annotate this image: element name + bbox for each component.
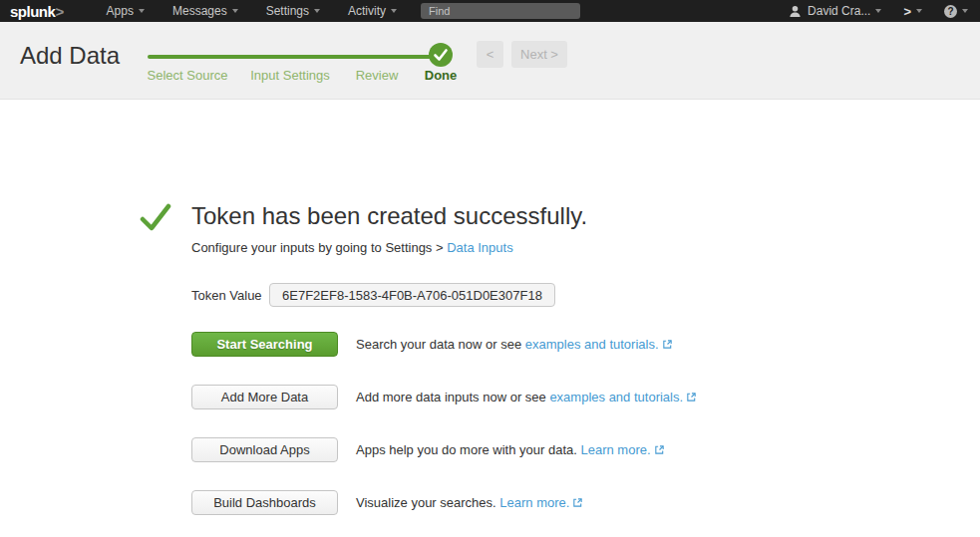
description-text: Search your data now or see xyxy=(356,337,525,352)
action-row-add-more-data: Add More Data Add more data inputs now o… xyxy=(191,385,697,409)
back-button[interactable]: < xyxy=(477,41,503,68)
nav-menu-messages[interactable]: Messages xyxy=(172,4,238,18)
user-menu[interactable]: David Cra... xyxy=(789,4,881,18)
topnav-right: David Cra... > ? xyxy=(789,4,968,19)
nav-menu-activity[interactable]: Activity xyxy=(348,4,397,18)
nav-menu-messages-label: Messages xyxy=(172,4,227,18)
wizard-step-input-settings: Input Settings xyxy=(250,68,330,83)
token-value-label: Token Value xyxy=(191,288,269,303)
description-text: Add more data inputs now or see xyxy=(356,390,549,404)
wizard-step-select-source: Select Source xyxy=(148,68,228,83)
examples-tutorials-link[interactable]: examples and tutorials. xyxy=(525,337,659,352)
splunk-logo[interactable]: splunk> xyxy=(10,3,64,20)
build-dashboards-button[interactable]: Build Dashboards xyxy=(191,490,338,515)
chevron-down-icon xyxy=(314,9,320,13)
add-more-data-button[interactable]: Add More Data xyxy=(191,385,338,409)
download-apps-button[interactable]: Download Apps xyxy=(191,437,338,462)
success-title: Token has been created successfully. xyxy=(191,202,587,230)
wizard-done-check-icon xyxy=(429,43,453,71)
chevron-down-icon xyxy=(916,9,922,13)
wizard-step-review: Review xyxy=(356,68,399,83)
download-apps-description: Apps help you do more with your data. Le… xyxy=(356,442,665,458)
learn-more-link[interactable]: Learn more. xyxy=(580,442,650,457)
token-row: Token Value 6E7F2EF8-1583-4F0B-A706-051D… xyxy=(191,283,555,307)
external-link-icon xyxy=(662,338,673,353)
nav-menu-settings[interactable]: Settings xyxy=(266,4,320,18)
success-subtitle-text: Configure your inputs by going to Settin… xyxy=(191,240,447,255)
user-icon xyxy=(789,5,802,18)
nav-menu-activity-label: Activity xyxy=(348,4,386,18)
nav-menu-settings-label: Settings xyxy=(266,4,309,18)
examples-tutorials-link[interactable]: examples and tutorials. xyxy=(549,390,683,404)
nav-menu-apps[interactable]: Apps xyxy=(107,4,145,18)
learn-more-link[interactable]: Learn more. xyxy=(499,495,569,510)
chevron-down-icon xyxy=(232,9,238,13)
chevron-down-icon xyxy=(875,9,881,13)
main-content: Token has been created successfully. Con… xyxy=(0,101,980,537)
wizard-progress-line xyxy=(148,55,437,59)
token-value-field[interactable]: 6E7F2EF8-1583-4F0B-A706-051D0E307F18 xyxy=(269,283,555,307)
build-dashboards-description: Visualize your searches. Learn more. xyxy=(356,495,583,511)
description-text: Visualize your searches. xyxy=(356,495,499,510)
chevron-down-icon xyxy=(139,9,145,13)
page-title: Add Data xyxy=(20,42,120,70)
action-row-build-dashboards: Build Dashboards Visualize your searches… xyxy=(191,490,583,515)
chevron-down-icon xyxy=(391,9,397,13)
external-link-icon xyxy=(654,443,665,458)
chevron-down-icon xyxy=(962,9,968,13)
top-navbar: splunk> Apps Messages Settings Activity … xyxy=(0,0,980,22)
user-name-label: David Cra... xyxy=(808,4,870,18)
description-text: Apps help you do more with your data. xyxy=(356,442,580,457)
next-button[interactable]: Next > xyxy=(511,41,567,68)
search-arrow-icon: > xyxy=(903,4,911,19)
success-check-icon xyxy=(140,202,171,238)
external-link-icon xyxy=(572,496,583,511)
search-arrow-menu[interactable]: > xyxy=(903,4,922,19)
success-subtitle: Configure your inputs by going to Settin… xyxy=(191,240,513,255)
splunk-logo-text: splunk xyxy=(10,3,55,20)
splunk-logo-arrow: > xyxy=(55,3,63,20)
start-searching-button[interactable]: Start Searching xyxy=(191,332,338,357)
nav-menu-apps-label: Apps xyxy=(107,4,134,18)
start-searching-description: Search your data now or see examples and… xyxy=(356,337,673,353)
action-row-download-apps: Download Apps Apps help you do more with… xyxy=(191,437,665,462)
wizard-step-done: Done xyxy=(425,68,458,83)
add-more-data-description: Add more data inputs now or see examples… xyxy=(356,390,697,405)
page-header: Add Data Select Source Input Settings Re… xyxy=(0,22,980,100)
find-input[interactable] xyxy=(421,3,580,19)
external-link-icon xyxy=(686,391,697,405)
action-row-start-searching: Start Searching Search your data now or … xyxy=(191,332,673,357)
data-inputs-link[interactable]: Data Inputs xyxy=(447,240,513,255)
help-icon: ? xyxy=(944,5,957,18)
help-menu[interactable]: ? xyxy=(944,5,968,18)
